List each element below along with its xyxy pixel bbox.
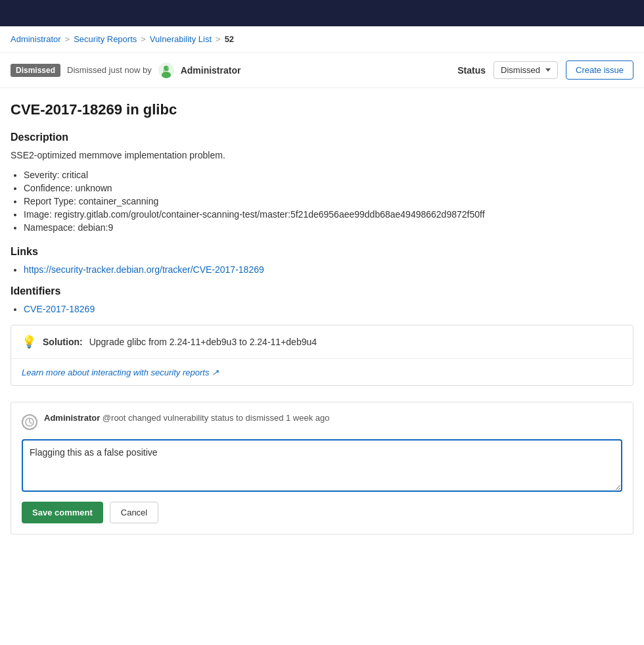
link-cve-tracker[interactable]: https://security-tracker.debian.org/trac…: [24, 264, 264, 275]
top-navigation-bar: [0, 0, 644, 26]
description-text: SSE2-optimized memmove implementation pr…: [11, 150, 633, 160]
details-list: Severity: critical Confidence: unknown R…: [24, 170, 633, 233]
breadcrumb-security-reports[interactable]: Security Reports: [74, 34, 137, 44]
create-issue-button[interactable]: Create issue: [566, 60, 633, 80]
learn-more-row: Learn more about interacting with securi…: [11, 359, 633, 385]
activity-action: @root changed vulnerability status to di…: [103, 413, 330, 423]
identifiers-list: CVE-2017-18269: [24, 304, 633, 314]
breadcrumb-sep2: >: [141, 34, 146, 44]
vuln-title: CVE-2017-18269 in glibc: [11, 101, 633, 118]
dismissed-badge: Dismissed: [11, 64, 60, 77]
dismissed-text: Dismissed just now by: [67, 65, 152, 75]
admin-name: Administrator: [181, 65, 241, 76]
main-content: CVE-2017-18269 in glibc Description SSE2…: [0, 88, 644, 548]
comment-textarea[interactable]: [22, 439, 622, 492]
status-left: Dismissed Dismissed just now by Administ…: [11, 62, 241, 78]
svg-point-4: [167, 66, 169, 68]
breadcrumb-sep1: >: [65, 34, 70, 44]
list-item: Image: registry.gitlab.com/groulot/conta…: [24, 209, 633, 220]
svg-point-5: [163, 70, 164, 72]
identifiers-heading: Identifiers: [11, 285, 633, 297]
lightbulb-icon: 💡: [22, 335, 36, 349]
activity-item: Administrator @root changed vulnerabilit…: [22, 413, 622, 430]
solution-label: Solution:: [43, 337, 83, 347]
chevron-down-icon: [545, 68, 551, 72]
status-dropdown[interactable]: Dismissed: [494, 61, 558, 79]
breadcrumb-number: 52: [225, 34, 234, 44]
avatar: [158, 62, 174, 78]
status-bar: Dismissed Dismissed just now by Administ…: [0, 53, 644, 88]
activity-text: Administrator @root changed vulnerabilit…: [44, 413, 329, 423]
links-list: https://security-tracker.debian.org/trac…: [24, 264, 633, 275]
list-item: Confidence: unknown: [24, 183, 633, 193]
identifier-cve[interactable]: CVE-2017-18269: [24, 304, 95, 314]
list-item: CVE-2017-18269: [24, 304, 633, 314]
list-item: https://security-tracker.debian.org/trac…: [24, 264, 633, 275]
list-item: Severity: critical: [24, 170, 633, 180]
status-right: Status Dismissed Create issue: [457, 60, 633, 80]
list-item: Report Type: container_scanning: [24, 196, 633, 206]
solution-box: 💡 Solution: Upgrade glibc from 2.24-11+d…: [11, 325, 633, 386]
svg-point-3: [164, 68, 165, 70]
links-heading: Links: [11, 246, 633, 258]
solution-text: Upgrade glibc from 2.24-11+deb9u3 to 2.2…: [89, 337, 317, 347]
activity-user: Administrator: [44, 413, 100, 423]
status-label: Status: [457, 65, 486, 76]
svg-point-2: [162, 72, 171, 78]
cancel-button[interactable]: Cancel: [110, 502, 158, 523]
breadcrumb-root[interactable]: Administrator: [11, 34, 61, 44]
activity-section: Administrator @root changed vulnerabilit…: [11, 402, 633, 535]
breadcrumb: Administrator > Security Reports > Vulne…: [0, 26, 644, 53]
learn-more-link[interactable]: Learn more about interacting with securi…: [22, 368, 219, 377]
status-dropdown-value: Dismissed: [501, 65, 540, 75]
save-comment-button[interactable]: Save comment: [22, 502, 103, 523]
solution-row: 💡 Solution: Upgrade glibc from 2.24-11+d…: [11, 325, 633, 359]
comment-actions: Save comment Cancel: [22, 502, 622, 523]
breadcrumb-sep3: >: [216, 34, 221, 44]
breadcrumb-vulnerability-list[interactable]: Vulnerability List: [150, 34, 212, 44]
description-heading: Description: [11, 131, 633, 143]
list-item: Namespace: debian:9: [24, 222, 633, 233]
activity-icon: [22, 414, 37, 430]
